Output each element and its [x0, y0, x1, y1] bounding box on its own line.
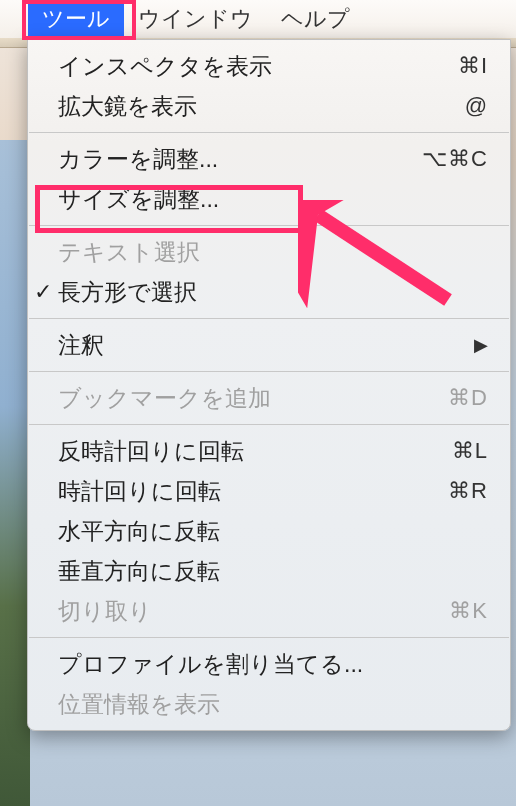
menu-crop: 切り取り ⌘K: [28, 591, 510, 631]
menu-separator: [29, 132, 509, 133]
menu-adjust-color[interactable]: カラーを調整... ⌥⌘C: [28, 139, 510, 179]
background-image: [0, 140, 30, 806]
menu-rotate-cw[interactable]: 時計回りに回転 ⌘R: [28, 471, 510, 511]
menu-label: 水平方向に反転: [58, 516, 488, 547]
menubar-window[interactable]: ウインドウ: [124, 0, 267, 40]
checkmark-icon: ✓: [34, 279, 52, 305]
menu-separator: [29, 371, 509, 372]
tools-dropdown-menu: インスペクタを表示 ⌘I 拡大鏡を表示 @ カラーを調整... ⌥⌘C サイズを…: [27, 39, 511, 731]
menubar-help[interactable]: ヘルプ: [267, 0, 364, 40]
menu-shortcut: ⌘K: [449, 598, 488, 624]
menu-separator: [29, 424, 509, 425]
menu-shortcut: ⌥⌘C: [422, 146, 488, 172]
menu-add-bookmark: ブックマークを追加 ⌘D: [28, 378, 510, 418]
menu-label: 反時計回りに回転: [58, 436, 452, 467]
menu-label: 位置情報を表示: [58, 689, 488, 720]
menu-label: テキスト選択: [58, 237, 488, 268]
menu-flip-vertical[interactable]: 垂直方向に反転: [28, 551, 510, 591]
menu-label: 時計回りに回転: [58, 476, 448, 507]
menu-label: 垂直方向に反転: [58, 556, 488, 587]
menu-rect-selection[interactable]: ✓ 長方形で選択: [28, 272, 510, 312]
menu-label: 注釈: [58, 330, 474, 361]
menu-label: サイズを調整...: [58, 184, 488, 215]
menu-label: ブックマークを追加: [58, 383, 448, 414]
menu-label: 拡大鏡を表示: [58, 91, 465, 122]
menu-shortcut: ⌘R: [448, 478, 488, 504]
menu-label: 切り取り: [58, 596, 449, 627]
menu-shortcut: ⌘L: [452, 438, 488, 464]
menu-adjust-size[interactable]: サイズを調整...: [28, 179, 510, 219]
menubar-tools[interactable]: ツール: [28, 0, 124, 40]
menu-label: カラーを調整...: [58, 144, 422, 175]
menu-assign-profile[interactable]: プロファイルを割り当てる...: [28, 644, 510, 684]
menu-label: プロファイルを割り当てる...: [58, 649, 488, 680]
menu-shortcut: ⌘D: [448, 385, 488, 411]
menu-show-inspector[interactable]: インスペクタを表示 ⌘I: [28, 46, 510, 86]
menu-separator: [29, 318, 509, 319]
menu-flip-horizontal[interactable]: 水平方向に反転: [28, 511, 510, 551]
menu-rotate-ccw[interactable]: 反時計回りに回転 ⌘L: [28, 431, 510, 471]
menu-label: インスペクタを表示: [58, 51, 458, 82]
menu-text-selection: テキスト選択: [28, 232, 510, 272]
chevron-right-icon: ▶: [474, 334, 488, 356]
menu-annotate[interactable]: 注釈 ▶: [28, 325, 510, 365]
menu-separator: [29, 637, 509, 638]
menu-show-location: 位置情報を表示: [28, 684, 510, 724]
menu-shortcut: @: [465, 93, 488, 119]
menu-show-magnifier[interactable]: 拡大鏡を表示 @: [28, 86, 510, 126]
menu-shortcut: ⌘I: [458, 53, 488, 79]
menubar: ツール ウインドウ ヘルプ: [0, 0, 516, 38]
menu-label: 長方形で選択: [58, 277, 488, 308]
menu-separator: [29, 225, 509, 226]
